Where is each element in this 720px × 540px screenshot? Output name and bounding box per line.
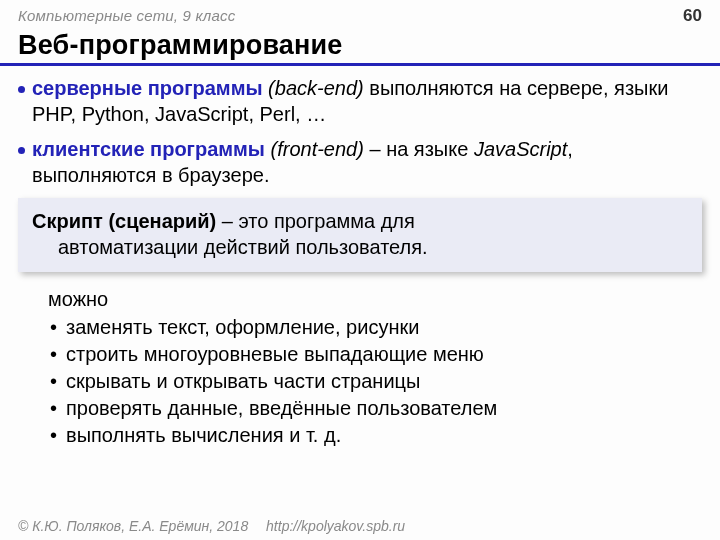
- paren-backend: (back-end): [268, 77, 364, 99]
- footer-url: http://kpolyakov.spb.ru: [266, 518, 405, 534]
- bullet-server: серверные программы (back-end) выполняют…: [18, 76, 702, 127]
- list-item: выполнять вычисления и т. д.: [48, 422, 702, 448]
- term-server: серверные программы: [32, 77, 263, 99]
- text-client-js: JavaScript: [474, 138, 567, 160]
- bullet-dot-icon: [18, 86, 25, 93]
- definition-term: Скрипт (сценарий): [32, 210, 216, 232]
- list-item: проверять данные, введённые пользователе…: [48, 395, 702, 421]
- footer-authors: © К.Ю. Поляков, Е.А. Ерёмин, 2018: [18, 518, 248, 534]
- definition-body1: – это программа для: [216, 210, 415, 232]
- text-client-pre: – на языке: [364, 138, 474, 160]
- term-client: клиентские программы: [32, 138, 265, 160]
- paren-frontend: (front-end): [271, 138, 364, 160]
- slide-header: Компьютерные сети, 9 класс 60: [0, 0, 720, 26]
- bullet-client: клиентские программы (front-end) – на яз…: [18, 137, 702, 188]
- list-item: строить многоуровневые выпадающие меню: [48, 341, 702, 367]
- slide-title: Веб-программирование: [0, 26, 720, 66]
- main-content: серверные программы (back-end) выполняют…: [0, 66, 720, 188]
- definition-body2: автоматизации действий пользователя.: [32, 234, 688, 260]
- list-item: скрывать и открывать части страницы: [48, 368, 702, 394]
- capabilities-items: заменять текст, оформление, рисунки стро…: [48, 314, 702, 448]
- definition-box: Скрипт (сценарий) – это программа для ав…: [18, 198, 702, 272]
- slide-footer: © К.Ю. Поляков, Е.А. Ерёмин, 2018 http:/…: [18, 518, 405, 534]
- list-item: заменять текст, оформление, рисунки: [48, 314, 702, 340]
- bullet-dot-icon: [18, 147, 25, 154]
- page-number: 60: [683, 6, 702, 26]
- course-subject: Компьютерные сети, 9 класс: [18, 7, 235, 24]
- capabilities-intro: можно: [48, 286, 702, 312]
- capabilities-list: можно заменять текст, оформление, рисунк…: [0, 280, 720, 448]
